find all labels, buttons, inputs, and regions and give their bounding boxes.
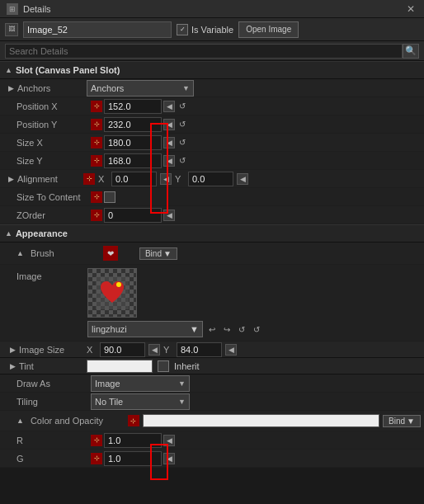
color-opacity-bind-arrow: ▼ — [407, 417, 415, 426]
r-channel-content: ⊹ ◀ — [91, 433, 421, 448]
tint-inherit-checkbox[interactable] — [158, 360, 169, 372]
image-size-x-arrow[interactable]: ◀ — [148, 344, 160, 356]
image-thumbnail — [87, 268, 137, 318]
draw-as-dropdown[interactable]: Image ▼ — [91, 375, 190, 392]
image-size-y-arrow[interactable]: ◀ — [225, 344, 237, 356]
size-x-arrow[interactable]: ◀ — [163, 137, 175, 148]
r-channel-drag[interactable]: ⊹ — [91, 435, 102, 446]
alignment-drag-handle[interactable]: ⊹ — [83, 173, 95, 185]
r-channel-input[interactable] — [104, 433, 162, 448]
image-name-value: lingzhuzi — [92, 324, 127, 334]
search-input[interactable] — [5, 44, 403, 59]
tiling-row: Tiling No Tile ▼ — [0, 393, 424, 411]
position-x-input[interactable] — [104, 99, 162, 114]
size-x-drag-handle[interactable]: ⊹ — [91, 137, 102, 148]
draw-as-dropdown-arrow: ▼ — [178, 379, 186, 388]
title-bar: ⊞ Details ✕ — [0, 0, 424, 18]
position-y-drag-handle[interactable]: ⊹ — [91, 119, 102, 130]
alignment-x-input[interactable] — [111, 172, 157, 186]
alignment-y-label: Y — [175, 174, 185, 184]
draw-as-row: Draw As Image ▼ — [0, 374, 424, 393]
search-button[interactable]: 🔍 — [403, 44, 419, 59]
alignment-x-arrow[interactable]: ◀ — [160, 173, 172, 185]
title-bar-icon: ⊞ — [7, 3, 18, 15]
size-y-drag-handle[interactable]: ⊹ — [91, 155, 102, 167]
tint-arrow[interactable]: ▶ — [10, 362, 16, 370]
size-y-content: ⊹ ◀ ↺ — [91, 153, 421, 168]
color-opacity-bind-button[interactable]: Bind ▼ — [383, 415, 421, 427]
color-opacity-expand-arrow[interactable]: ▲ — [16, 417, 24, 425]
size-to-content-drag[interactable]: ⊹ — [91, 191, 102, 203]
position-x-label: Position X — [16, 101, 91, 111]
title-bar-title: Details — [23, 4, 404, 14]
size-x-input[interactable] — [104, 135, 162, 150]
position-y-input[interactable] — [104, 117, 162, 132]
image-name-dropdown[interactable]: lingzhuzi ▼ — [87, 321, 203, 337]
is-variable-label: Is Variable — [191, 25, 233, 35]
tiling-dropdown[interactable]: No Tile ▼ — [91, 393, 190, 410]
image-refresh-icon[interactable]: ↺ — [236, 323, 247, 335]
brush-bind-label: Bind — [145, 249, 162, 258]
size-y-input[interactable] — [104, 153, 162, 168]
color-opacity-row: ▲ Color and Opacity ⊹ Bind ▼ — [0, 411, 424, 431]
position-x-row: Position X ⊹ ◀ ↺ — [0, 97, 424, 115]
zorder-drag-handle[interactable]: ⊹ — [91, 210, 102, 221]
object-name-input[interactable] — [23, 21, 172, 38]
open-image-button[interactable]: Open Image — [238, 21, 299, 38]
alignment-label: Alignment — [17, 174, 83, 184]
position-x-arrow[interactable]: ◀ — [163, 101, 175, 112]
tiling-dropdown-arrow: ▼ — [178, 398, 186, 406]
close-button[interactable]: ✕ — [404, 2, 417, 16]
r-channel-arrow[interactable]: ◀ — [163, 435, 175, 446]
alignment-y-input[interactable] — [188, 172, 233, 186]
image-redo-icon[interactable]: ↪ — [221, 323, 233, 335]
appearance-section-header[interactable]: ▲ Appearance — [0, 224, 424, 243]
zorder-row: ZOrder ⊹ ◀ — [0, 206, 424, 224]
image-reset-icon[interactable]: ↩ — [206, 323, 218, 335]
alignment-y-arrow[interactable]: ◀ — [237, 173, 248, 185]
brush-bind-button[interactable]: Bind ▼ — [139, 247, 177, 260]
image-size-label: Image Size — [19, 345, 83, 355]
g-channel-arrow[interactable]: ◀ — [163, 453, 175, 464]
search-bar: 🔍 — [0, 41, 424, 61]
color-opacity-bar[interactable] — [143, 414, 379, 427]
image-label: Image — [16, 268, 82, 281]
is-variable-checkbox[interactable] — [177, 24, 188, 35]
image-size-y-input[interactable] — [177, 342, 222, 357]
anchors-expand-arrow[interactable]: ▶ — [8, 84, 14, 92]
anchors-dropdown-value: Anchors — [91, 83, 124, 93]
zorder-label: ZOrder — [16, 210, 91, 220]
image-bind-icon[interactable]: ↺ — [251, 323, 262, 335]
alignment-expand-arrow[interactable]: ▶ — [8, 175, 14, 183]
size-x-row: Size X ⊹ ◀ ↺ — [0, 134, 424, 152]
r-channel-row: R ⊹ ◀ — [0, 431, 424, 450]
g-channel-drag[interactable]: ⊹ — [91, 453, 102, 464]
brush-expand-arrow[interactable]: ▲ — [16, 249, 24, 257]
g-channel-input[interactable] — [104, 451, 162, 466]
size-x-reset[interactable]: ↺ — [177, 137, 188, 148]
size-y-arrow[interactable]: ◀ — [163, 155, 175, 167]
slot-section-header[interactable]: ▲ Slot (Canvas Panel Slot) — [0, 61, 424, 79]
anchors-dropdown[interactable]: Anchors ▼ — [87, 80, 194, 97]
anchors-row: ▶ Anchors Anchors ▼ — [0, 79, 424, 97]
color-opacity-drag[interactable]: ⊹ — [128, 415, 139, 426]
zorder-arrow[interactable]: ◀ — [163, 210, 175, 221]
position-y-arrow[interactable]: ◀ — [163, 119, 175, 130]
size-y-label: Size Y — [16, 156, 91, 166]
anchors-label: Anchors — [17, 83, 83, 93]
tint-header: ▶ Tint Inherit — [0, 358, 424, 374]
brush-row: ▲ Brush ❤ Bind ▼ — [0, 243, 424, 265]
image-size-header[interactable]: ▶ Image Size X ◀ Y ◀ — [0, 341, 424, 358]
image-size-x-label: X — [87, 345, 97, 355]
position-y-reset[interactable]: ↺ — [177, 119, 188, 130]
position-x-drag-handle[interactable]: ⊹ — [91, 101, 102, 112]
image-dropdown-arrow: ▼ — [190, 324, 199, 334]
zorder-input[interactable] — [104, 208, 162, 223]
size-y-reset[interactable]: ↺ — [177, 155, 188, 167]
size-to-content-checkbox[interactable] — [104, 191, 115, 203]
appearance-section-label: Appearance — [16, 228, 68, 238]
tiling-label: Tiling — [16, 397, 91, 407]
image-size-x-input[interactable] — [100, 342, 145, 357]
position-x-reset[interactable]: ↺ — [177, 101, 188, 112]
tint-color-swatch[interactable] — [87, 360, 153, 373]
